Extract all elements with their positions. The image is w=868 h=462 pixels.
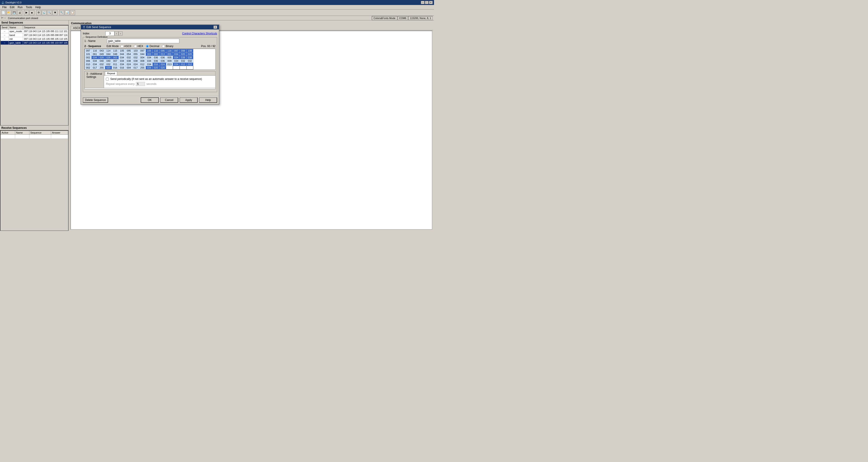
dialog-close-button[interactable]: ✕ [214,26,217,29]
seq-cell[interactable]: 110 [153,49,159,53]
seq-cell[interactable]: 024 [159,63,166,66]
seq-cell[interactable]: 055 [132,53,139,56]
seq-cell[interactable] [180,66,187,69]
radio-hex-input[interactable] [134,45,137,48]
name-input[interactable] [107,39,179,43]
nav-next-button[interactable]: › [119,31,123,35]
seq-cell[interactable]: 008 [139,59,146,63]
seq-cell[interactable]: 002 [85,56,92,59]
seq-cell[interactable]: 020 [105,66,112,69]
seq-cell[interactable]: 034 [146,63,153,66]
seq-cell[interactable]: 116 [166,49,173,53]
seq-cell[interactable]: 020 [153,66,159,69]
radio-ascii[interactable]: ASCII [121,45,131,48]
cancel-button[interactable]: Cancel [160,97,178,103]
seq-cell[interactable] [166,66,173,69]
seq-cell[interactable]: 038 [180,56,187,59]
seq-cell[interactable]: 001 [166,53,173,56]
seq-cell[interactable]: 032 [180,59,187,63]
seq-cell[interactable]: 103 [132,49,139,53]
seq-cell[interactable]: 017 [132,66,139,69]
seq-cell[interactable] [173,66,180,69]
delete-sequence-button[interactable]: Delete Sequence [83,97,108,103]
ok-button[interactable]: OK [141,97,159,103]
seq-cell[interactable]: 034 [146,56,153,59]
seq-cell[interactable]: 034 [173,56,180,59]
seq-cell[interactable]: 005 [166,56,173,59]
seq-cell[interactable]: 034 [119,56,126,59]
seq-cell[interactable]: 034 [92,56,98,59]
repeat-input[interactable] [136,82,145,86]
seq-cell[interactable]: 032 [132,56,139,59]
radio-binary[interactable]: Binary [162,45,173,48]
seq-cell[interactable] [187,66,193,69]
seq-cell[interactable]: 255 [98,66,105,69]
seq-cell[interactable]: 034 [173,63,180,66]
seq-cell[interactable]: 038 [126,59,132,63]
seq-cell[interactable]: 105 [146,49,153,53]
seq-cell[interactable]: 115 [112,49,119,53]
apply-button[interactable]: Apply [180,97,198,103]
seq-cell[interactable]: 032 [98,63,105,66]
seq-cell[interactable]: 034 [173,53,180,56]
seq-cell[interactable]: 044 [139,53,146,56]
seq-cell[interactable]: 095 [159,49,166,53]
send-periodically-checkbox[interactable] [106,78,109,81]
seq-cell[interactable]: 116 [92,49,98,53]
seq-cell[interactable]: 002 [85,66,92,69]
seq-cell[interactable]: 011 [112,63,119,66]
seq-cell[interactable]: 043 [98,49,105,53]
seq-cell[interactable]: 007 [112,59,119,63]
index-input[interactable] [105,31,115,36]
seq-cell[interactable]: 020 [187,53,193,56]
seq-cell[interactable]: 038 [187,56,193,59]
seq-cell[interactable]: 044 [119,53,126,56]
seq-cell[interactable]: 114 [105,49,112,53]
radio-decimal[interactable]: Decimal [146,45,159,48]
seq-cell[interactable]: 020 [180,53,187,56]
seq-cell[interactable]: 026 [146,66,153,69]
seq-cell[interactable]: 028 [98,56,105,59]
seq-cell[interactable]: 040 [98,59,105,63]
control-chars-link[interactable]: Control Characters Shortcuts [182,32,217,35]
seq-cell[interactable]: 036 [159,59,166,63]
seq-cell[interactable]: 006 [85,59,92,63]
seq-cell[interactable]: 108 [187,49,193,53]
seq-cell[interactable]: 036 [153,56,159,59]
seq-cell[interactable]: 024 [126,63,132,66]
seq-cell[interactable]: 013 [166,63,173,66]
seq-cell[interactable]: 097 [139,49,146,53]
seq-cell[interactable]: 034 [146,59,153,63]
seq-cell[interactable]: 009 [166,59,173,63]
seq-cell[interactable]: 098 [180,49,187,53]
seq-cell[interactable]: 255 [139,66,146,69]
seq-cell[interactable]: 017 [92,66,98,69]
seq-cell[interactable]: 034 [92,63,98,66]
seq-cell[interactable]: 020 [159,66,166,69]
seq-cell[interactable]: 012 [180,63,187,66]
seq-cell[interactable]: 049 [98,53,105,56]
radio-decimal-input[interactable] [146,45,149,48]
radio-binary-input[interactable] [162,45,165,48]
help-button[interactable]: Help [199,97,217,103]
seq-cell[interactable]: 095 [126,49,132,53]
seq-cell[interactable]: 013 [159,53,166,56]
seq-cell[interactable]: 048 [112,53,119,56]
repeat-tab[interactable]: Repeat [105,71,117,76]
seq-cell[interactable]: 032 [126,56,132,59]
seq-cell[interactable]: 097 [85,49,92,53]
seq-cell[interactable]: 016 [153,63,159,66]
seq-cell[interactable]: 036 [153,59,159,63]
seq-cell[interactable]: 101 [85,53,92,56]
seq-cell[interactable]: 040 [105,59,112,63]
seq-grid-container[interactable]: 0971160431141151050951030971051100951160… [84,49,216,70]
seq-cell[interactable]: 054 [126,53,132,56]
seq-cell[interactable]: 105 [119,49,126,53]
seq-cell[interactable]: 038 [132,59,139,63]
seq-cell[interactable]: 034 [92,59,98,63]
seq-cell[interactable]: 034 [119,59,126,63]
seq-cell[interactable]: 003 [112,56,119,59]
nav-prev-button[interactable]: ‹ [115,31,119,35]
seq-cell[interactable]: 097 [173,49,180,53]
radio-ascii-input[interactable] [121,45,123,48]
